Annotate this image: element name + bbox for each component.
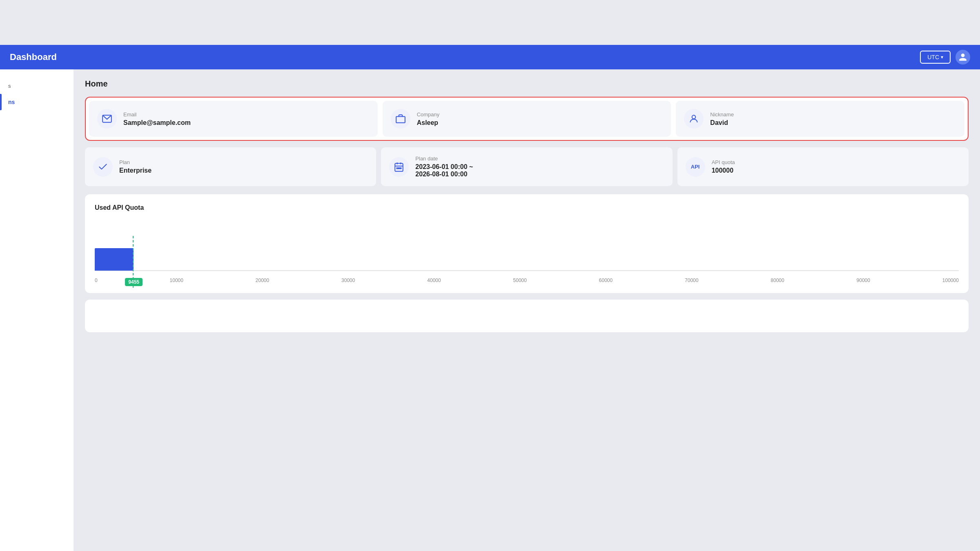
app-header: Dashboard UTC — [0, 45, 980, 69]
email-card-text: Email Sample@sample.com — [123, 111, 191, 127]
api-quota-value: 100000 — [712, 167, 735, 174]
nickname-icon-wrapper — [684, 109, 704, 129]
nickname-card: Nickname David — [676, 101, 964, 137]
nickname-card-text: Nickname David — [710, 111, 734, 127]
chart-title: Used API Quota — [95, 204, 959, 211]
info-cards-row2: Plan Enterprise — [85, 147, 969, 186]
info-cards-row1: Email Sample@sample.com — [89, 101, 964, 137]
plan-label: Plan — [119, 159, 151, 165]
sidebar-item-1[interactable]: s — [0, 78, 74, 94]
plan-date-card: Plan date 2023-06-01 00:00 ~2026-08-01 0… — [381, 147, 672, 186]
x-label-20000: 20000 — [256, 278, 269, 283]
company-card-text: Company Asleep — [417, 111, 440, 127]
email-icon-wrapper — [97, 109, 117, 129]
svg-rect-8 — [397, 168, 398, 169]
x-label-60000: 60000 — [599, 278, 612, 283]
app-title: Dashboard — [10, 52, 57, 62]
user-avatar[interactable] — [956, 50, 970, 64]
x-label-10000: 10000 — [170, 278, 183, 283]
page-layout: s ns Home Email — [0, 69, 980, 551]
person-icon — [688, 113, 699, 124]
api-quota-card: API API quota 100000 — [677, 147, 969, 186]
email-label: Email — [123, 111, 191, 118]
nickname-value: David — [710, 119, 734, 127]
chart-tooltip: 9455 — [125, 278, 143, 286]
sidebar-label-2: ns — [8, 99, 15, 105]
chart-section: Used API Quota 9455 — [85, 194, 969, 293]
chart-bar — [95, 248, 134, 271]
company-icon — [395, 113, 406, 124]
api-text-icon: API — [691, 164, 700, 170]
email-value: Sample@sample.com — [123, 119, 191, 127]
user-icon — [958, 53, 967, 62]
plan-date-value: 2023-06-01 00:00 ~2026-08-01 00:00 — [415, 163, 473, 178]
x-label-80000: 80000 — [771, 278, 784, 283]
x-label-30000: 30000 — [341, 278, 355, 283]
svg-rect-1 — [396, 117, 405, 123]
company-value: Asleep — [417, 119, 440, 127]
page-title: Home — [85, 79, 969, 89]
plan-date-icon-wrapper — [389, 157, 409, 177]
email-icon — [102, 113, 112, 124]
svg-rect-10 — [401, 168, 401, 169]
chart-x-axis: 0 10000 20000 30000 40000 50000 60000 70… — [95, 274, 959, 283]
check-icon — [98, 162, 108, 172]
company-card: Company Asleep — [383, 101, 671, 137]
top-space — [0, 0, 980, 45]
svg-rect-4 — [395, 163, 403, 171]
api-quota-card-text: API quota 100000 — [712, 159, 735, 174]
timezone-button[interactable]: UTC — [920, 51, 951, 64]
svg-point-3 — [692, 115, 696, 119]
x-label-40000: 40000 — [427, 278, 441, 283]
svg-rect-9 — [399, 168, 399, 169]
info-cards-row1-container: Email Sample@sample.com — [85, 97, 969, 141]
calendar-icon — [394, 162, 404, 172]
sidebar-item-2[interactable]: ns — [0, 94, 74, 110]
nickname-label: Nickname — [710, 111, 734, 118]
sidebar: s ns — [0, 69, 74, 551]
chart-area: 9455 0 10000 20000 30000 40000 50000 600… — [95, 218, 959, 283]
bottom-section — [85, 300, 969, 332]
company-label: Company — [417, 111, 440, 118]
plan-date-label: Plan date — [415, 156, 473, 162]
api-quota-label: API quota — [712, 159, 735, 165]
plan-date-card-text: Plan date 2023-06-01 00:00 ~2026-08-01 0… — [415, 156, 473, 178]
plan-card: Plan Enterprise — [85, 147, 376, 186]
api-icon-wrapper: API — [686, 157, 705, 177]
main-content: Home Email Sample@sample.com — [74, 69, 980, 551]
x-label-50000: 50000 — [513, 278, 527, 283]
plan-card-text: Plan Enterprise — [119, 159, 151, 174]
x-label-70000: 70000 — [685, 278, 698, 283]
x-label-90000: 90000 — [857, 278, 870, 283]
plan-value: Enterprise — [119, 167, 151, 174]
company-icon-wrapper — [391, 109, 410, 129]
sidebar-label-1: s — [8, 83, 11, 89]
plan-icon-wrapper — [93, 157, 113, 177]
email-card: Email Sample@sample.com — [89, 101, 378, 137]
header-right: UTC — [920, 50, 970, 64]
x-label-0: 0 — [95, 278, 98, 283]
x-label-100000: 100000 — [942, 278, 959, 283]
